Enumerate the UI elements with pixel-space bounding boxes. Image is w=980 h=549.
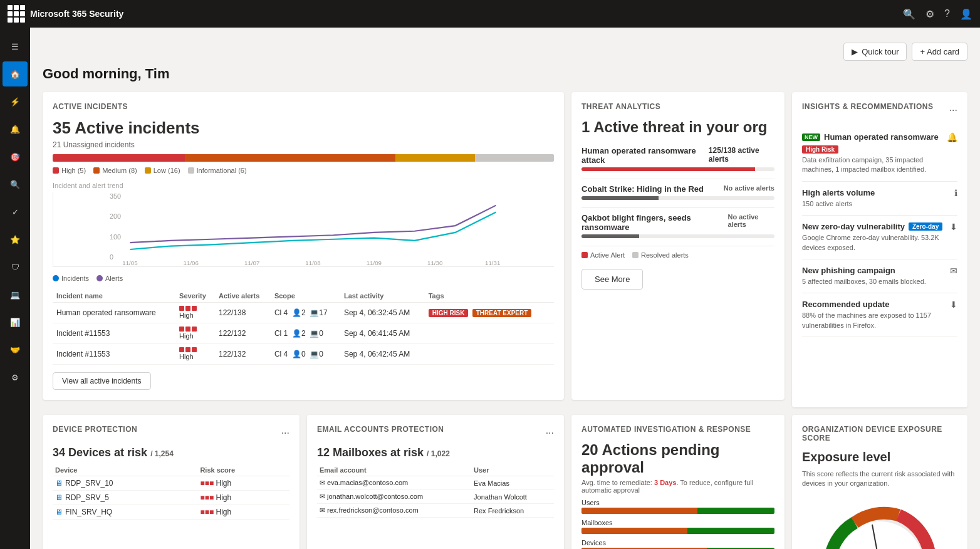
device-name: 🖥RDP_SRV_5	[53, 491, 197, 505]
quick-tour-button[interactable]: ▶ Quick tour	[843, 43, 907, 61]
threat-row-3[interactable]: Qakbot blight fingers, seeds ransomware …	[581, 208, 774, 246]
table-row[interactable]: 🖥FIN_SRV_HQ ■■■ High	[53, 505, 289, 520]
waffle-icon[interactable]	[8, 5, 25, 23]
table-row[interactable]: Incident #11553 High 122/132 Cl 1 👤2 💻0 …	[53, 323, 554, 344]
sidebar-item-menu[interactable]: ☰	[3, 34, 28, 59]
device-col-risk: Risk score	[197, 464, 289, 476]
svg-text:350: 350	[110, 192, 121, 200]
help-icon[interactable]: ?	[944, 8, 950, 19]
incident-severity: High	[175, 323, 215, 344]
sidebar-item-reports[interactable]: 📊	[3, 310, 28, 335]
svg-text:11/30: 11/30	[427, 259, 443, 266]
insight-desc-5: 88% of the machines are exposed to 1157 …	[802, 311, 945, 330]
threat-row-1[interactable]: Human operated ransomware attack 125/138…	[581, 141, 774, 179]
severity-progress-bar	[53, 154, 554, 162]
email-card-title: Email Accounts Protection	[317, 425, 444, 434]
email-user: Eva Macias	[471, 476, 554, 490]
table-row[interactable]: Human operated ransomware High 122/138 C…	[53, 303, 554, 323]
view-all-incidents-button[interactable]: View all active incidents	[53, 372, 151, 390]
sidebar-item-hunting[interactable]: 🎯	[3, 144, 28, 169]
svg-text:100: 100	[110, 233, 121, 241]
table-row[interactable]: 🖥RDP_SRV_5 ■■■ High	[53, 491, 289, 505]
sidebar-item-home[interactable]: 🏠	[3, 61, 28, 86]
table-row[interactable]: ✉ eva.macias@contoso.com Eva Macias	[317, 476, 554, 490]
threat-row-2[interactable]: Cobalt Strike: Hiding in the Red No acti…	[581, 179, 774, 208]
sidebar-item-actions[interactable]: ✓	[3, 199, 28, 224]
profile-icon[interactable]: 👤	[960, 8, 972, 20]
col-scope: Scope	[271, 290, 340, 303]
sidebar-item-devices[interactable]: 💻	[3, 282, 28, 307]
device-name: 🖥RDP_SRV_10	[53, 476, 197, 491]
see-more-button[interactable]: See More	[581, 269, 643, 290]
mail-icon[interactable]: ✉	[950, 266, 957, 276]
svg-text:11/31: 11/31	[485, 259, 500, 266]
info-icon[interactable]: ℹ	[954, 188, 957, 198]
insight-desc-3: Google Chrome zero-day vulnerability. 53…	[802, 233, 945, 253]
incident-severity: High	[175, 303, 215, 323]
devices-label: Devices	[581, 539, 774, 546]
exposure-level: Exposure level	[802, 450, 957, 464]
sidebar-item-partners[interactable]: 🤝	[3, 337, 28, 362]
settings-icon[interactable]: ⚙	[925, 8, 934, 20]
email-address: ✉ jonathan.wolcott@contoso.com	[317, 490, 471, 504]
insight-item-2[interactable]: High alerts volume 150 active alerts ℹ	[802, 182, 957, 216]
chart-label: Incident and alert trend	[53, 182, 554, 189]
svg-text:0: 0	[110, 253, 113, 261]
insight-item-4[interactable]: New phishing campaign 5 affected mailbox…	[802, 259, 957, 293]
air-desc: Avg. time to remediate: 3 Days. To reduc…	[581, 479, 774, 494]
device-risk: ■■■ High	[197, 476, 289, 491]
users-bar	[581, 508, 774, 514]
incident-name: Incident #11553	[53, 344, 175, 365]
download-icon[interactable]: ⬇	[950, 222, 957, 232]
insights-dots-menu[interactable]: ···	[949, 105, 957, 116]
info-severity-bar	[475, 154, 554, 162]
table-row[interactable]: 🖥RDP_SRV_10 ■■■ High	[53, 476, 289, 491]
device-risk: ■■■ High	[197, 491, 289, 505]
email-col-account: Email account	[317, 464, 471, 476]
sidebar-item-vulnerability[interactable]: 🛡	[3, 254, 28, 280]
update-icon[interactable]: ⬇	[950, 300, 957, 310]
zero-day-badge: Zero-day	[909, 222, 942, 231]
unassigned-label: 21 Unassigned incidents	[53, 140, 554, 149]
legend-informational: Informational (6)	[188, 167, 247, 174]
insight-desc-2: 150 active alerts	[802, 199, 949, 209]
severity-legend: High (5) Medium (8) Low (16) Information…	[53, 167, 554, 174]
email-user: Rex Fredrickson	[471, 504, 554, 518]
email-dots-menu[interactable]: ···	[546, 427, 554, 439]
search-icon[interactable]: 🔍	[903, 8, 915, 20]
device-col-name: Device	[53, 464, 197, 476]
sidebar-item-search[interactable]: 🔍	[3, 172, 28, 197]
exposure-card-title: Organization Device Exposure Score	[802, 425, 957, 442]
threat-analytics-card: Threat Analytics 1 Active threat in your…	[571, 92, 785, 400]
sidebar-item-incidents[interactable]: ⚡	[3, 89, 28, 114]
insight-title-4: New phishing campaign	[802, 266, 895, 275]
bell-icon[interactable]: 🔔	[947, 132, 957, 142]
sidebar-item-settings[interactable]: ⚙	[3, 365, 28, 390]
device-risk: ■■■ High	[197, 505, 289, 520]
table-row[interactable]: ✉ jonathan.wolcott@contoso.com Jonathan …	[317, 490, 554, 504]
svg-text:11/08: 11/08	[305, 259, 320, 266]
sidebar-item-secure-score[interactable]: ⭐	[3, 227, 28, 252]
table-row[interactable]: Incident #11553 High 122/132 Cl 4 👤0 💻0 …	[53, 344, 554, 365]
svg-line-11	[872, 525, 880, 549]
incident-scope: Cl 1 👤2 💻0	[271, 323, 340, 344]
insight-item-1[interactable]: NEW Human operated ransomware High Risk …	[802, 126, 957, 182]
threat-bar-3	[581, 234, 774, 238]
sidebar-item-alerts[interactable]: 🔔	[3, 117, 28, 142]
threat-card-title: Threat Analytics	[581, 102, 774, 111]
table-row[interactable]: ✉ rex.fredrickson@contoso.com Rex Fredri…	[317, 504, 554, 518]
device-dots-menu[interactable]: ···	[281, 427, 289, 439]
col-incident-name: Incident name	[53, 290, 175, 303]
insight-item-5[interactable]: Recommended update 88% of the machines a…	[802, 293, 957, 337]
side-nav: ☰ 🏠 ⚡ 🔔 🎯 🔍 ✓ ⭐ 🛡 💻 📊 🤝 ⚙	[0, 28, 30, 549]
page-greeting: Good morning, Tim	[43, 66, 967, 82]
legend-low: Low (16)	[145, 167, 180, 174]
device-table: Device Risk score 🖥RDP_SRV_10 ■■■ High	[53, 464, 289, 520]
incident-tags	[425, 344, 554, 365]
medium-severity-bar	[185, 154, 396, 162]
svg-text:11/05: 11/05	[122, 259, 137, 266]
add-card-button[interactable]: + Add card	[912, 43, 967, 61]
insight-item-3[interactable]: New zero-day vulnerability Zero-day Goog…	[802, 216, 957, 259]
bottom-left-section: Device Protection ··· 34 Devices at risk…	[43, 415, 564, 549]
svg-text:11/06: 11/06	[184, 259, 199, 266]
